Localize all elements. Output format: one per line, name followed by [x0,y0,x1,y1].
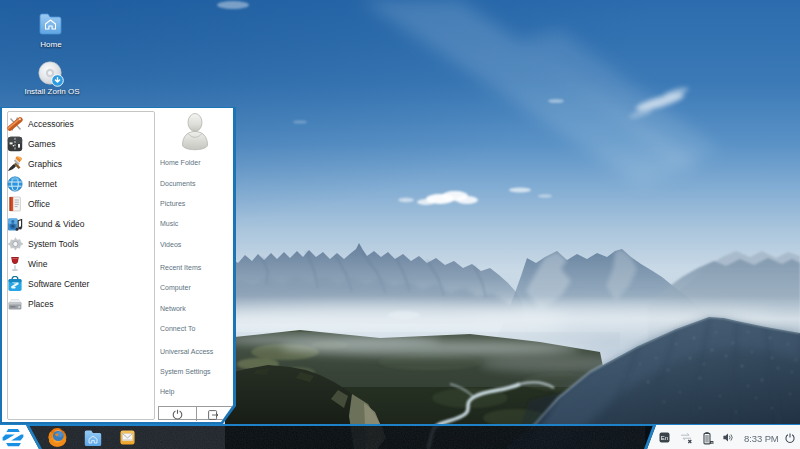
svg-text:En: En [661,435,668,441]
